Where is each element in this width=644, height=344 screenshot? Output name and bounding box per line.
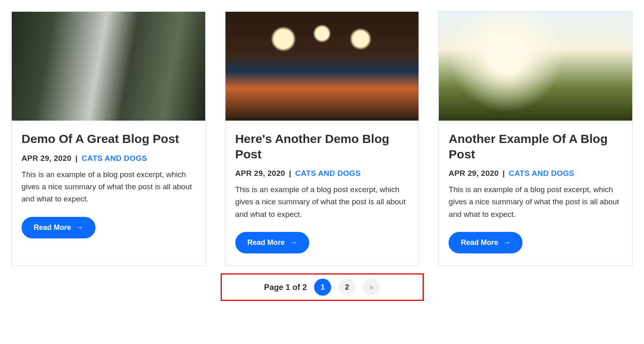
- post-thumbnail[interactable]: [12, 12, 205, 121]
- pagination-page-1[interactable]: 1: [314, 279, 331, 296]
- post-meta: APR 29, 2020 | CATS AND DOGS: [22, 154, 195, 163]
- read-more-label: Read More: [461, 238, 498, 247]
- post-card: Another Example Of A Blog Post APR 29, 2…: [438, 11, 633, 266]
- read-more-button[interactable]: Read More →: [449, 232, 523, 253]
- read-more-button[interactable]: Read More →: [22, 217, 95, 238]
- pagination: Page 1 of 2 1 2 »: [221, 273, 424, 301]
- meta-separator: |: [74, 154, 80, 162]
- post-category-link[interactable]: CATS AND DOGS: [295, 169, 360, 177]
- post-category-link[interactable]: CATS AND DOGS: [82, 154, 147, 162]
- post-thumbnail[interactable]: [226, 12, 419, 121]
- post-date: APR 29, 2020: [235, 169, 285, 177]
- arrow-right-icon: →: [76, 223, 83, 232]
- post-card: Here's Another Demo Blog Post APR 29, 20…: [225, 11, 419, 266]
- meta-separator: |: [501, 169, 507, 177]
- post-meta: APR 29, 2020 | CATS AND DOGS: [235, 169, 409, 178]
- post-excerpt: This is an example of a blog post excerp…: [22, 169, 195, 206]
- post-category-link[interactable]: CATS AND DOGS: [509, 169, 574, 177]
- post-excerpt: This is an example of a blog post excerp…: [449, 184, 622, 221]
- post-title[interactable]: Demo Of A Great Blog Post: [22, 131, 195, 147]
- post-title[interactable]: Here's Another Demo Blog Post: [235, 131, 409, 162]
- read-more-button[interactable]: Read More →: [235, 232, 309, 253]
- pagination-next[interactable]: »: [363, 279, 380, 296]
- arrow-right-icon: →: [290, 238, 297, 247]
- post-thumbnail[interactable]: [439, 12, 632, 121]
- pagination-page-2[interactable]: 2: [338, 279, 356, 296]
- post-grid: Demo Of A Great Blog Post APR 29, 2020 |…: [11, 11, 633, 266]
- pagination-label: Page 1 of 2: [264, 283, 307, 292]
- post-body: Demo Of A Great Blog Post APR 29, 2020 |…: [12, 121, 205, 251]
- read-more-label: Read More: [34, 223, 71, 232]
- arrow-right-icon: →: [503, 238, 510, 247]
- post-meta: APR 29, 2020 | CATS AND DOGS: [449, 169, 622, 178]
- read-more-label: Read More: [247, 238, 285, 247]
- meta-separator: |: [287, 169, 293, 177]
- post-body: Another Example Of A Blog Post APR 29, 2…: [439, 121, 632, 266]
- post-date: APR 29, 2020: [22, 154, 72, 162]
- post-title[interactable]: Another Example Of A Blog Post: [449, 131, 622, 162]
- post-excerpt: This is an example of a blog post excerp…: [235, 184, 409, 221]
- post-card: Demo Of A Great Blog Post APR 29, 2020 |…: [11, 11, 206, 266]
- post-body: Here's Another Demo Blog Post APR 29, 20…: [226, 121, 419, 266]
- post-date: APR 29, 2020: [449, 169, 499, 177]
